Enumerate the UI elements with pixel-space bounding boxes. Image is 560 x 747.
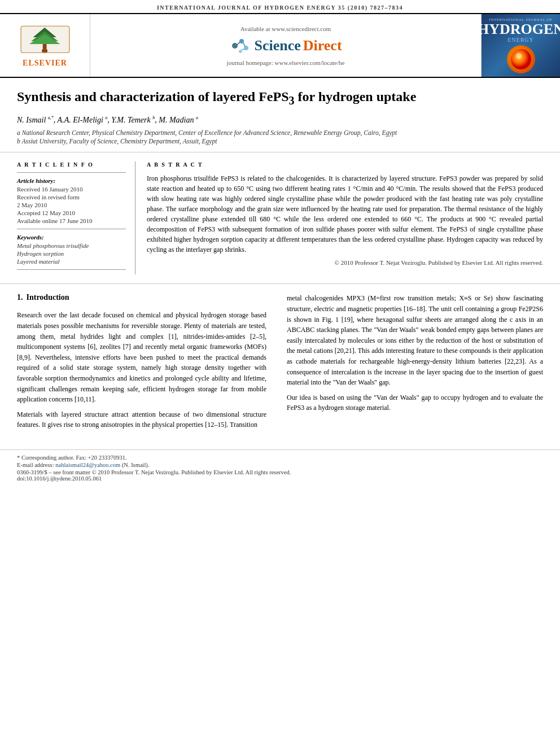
elsevier-label: ELSEVIER <box>23 59 67 68</box>
direct-text: Direct <box>303 37 342 54</box>
keywords-divider <box>17 229 126 229</box>
right-paragraph-2: Our idea is based on using the "Van der … <box>287 392 543 413</box>
hydrogen-cover: International Journal of HYDROGEN ENERGY <box>481 14 560 77</box>
svg-point-7 <box>232 43 238 49</box>
elsevier-logo: ELSEVIER <box>0 14 90 77</box>
footer-section: * Corresponding author. Fax: +20 2333709… <box>0 449 560 486</box>
abstract-title: A B S T R A C T <box>147 161 543 168</box>
info-divider <box>17 172 126 173</box>
abstract-text: Iron phosphorus trisulfide FePS3 is rela… <box>147 173 543 255</box>
svg-line-11 <box>243 43 245 46</box>
corresponding-note: * Corresponding author. Fax: +20 2333709… <box>17 455 543 461</box>
section-header: 1. Introduction <box>17 293 266 305</box>
svg-point-14 <box>511 49 531 69</box>
keyword-3: Layered material <box>17 258 126 265</box>
article-body: A R T I C L E I N F O Article history: R… <box>0 152 560 284</box>
article-title-section: Synthesis and characterization of layere… <box>0 78 560 152</box>
history-label: Article history: <box>17 177 126 184</box>
keyword-1: Metal phosphorous trisulfide <box>17 242 126 249</box>
molecule-icon <box>229 36 252 56</box>
right-column: metal chalcogenides MPX3 (M=first row tr… <box>277 293 543 435</box>
received-revised-label: Received in revised form <box>17 194 126 200</box>
journal-title: International Journal of Hydrogen Energy… <box>157 5 403 11</box>
email-label: E-mail address: <box>17 462 54 468</box>
authors-text: N. Ismail a,*, A.A. El-Meligi a, Y.M. Te… <box>17 116 198 124</box>
right-paragraph-1: metal chalcogenides MPX3 (M=first row tr… <box>287 293 543 387</box>
affiliation-b: b Assiut University, Faculty of Science,… <box>17 138 543 145</box>
sciencedirect-logo: ScienceDirect <box>229 36 342 56</box>
bottom-divider <box>17 269 126 270</box>
svg-line-10 <box>237 42 240 45</box>
available-at: Available at www.sciencedirect.com <box>240 25 331 32</box>
authors-line: N. Ismail a,*, A.A. El-Meligi a, Y.M. Te… <box>17 116 543 125</box>
journal-center: Available at www.sciencedirect.com Scien… <box>90 14 481 77</box>
email-note: E-mail address: nahlaismail24@yahoo.com … <box>17 462 543 468</box>
left-column: 1. Introduction Research over the last d… <box>17 293 277 435</box>
email-address: nahlaismail24@yahoo.com <box>55 462 120 468</box>
section-number: 1. <box>17 293 23 302</box>
copyright-line: © 2010 Professor T. Nejat Veziroglu. Pub… <box>147 259 543 266</box>
revised-date: 2 May 2010 <box>17 202 126 208</box>
available-online: Available online 17 June 2010 <box>17 217 126 224</box>
keyword-2: Hydrogen sorption <box>17 250 126 257</box>
abstract-section: A B S T R A C T Iron phosphorus trisulfi… <box>147 161 543 274</box>
svg-point-12 <box>239 50 242 53</box>
received-date: Received 16 January 2010 <box>17 186 126 193</box>
title-main: Synthesis and characterization of layere… <box>17 89 416 104</box>
rights-note: 0360-3199/$ – see front matter © 2010 Pr… <box>17 469 543 475</box>
logo-bar: ELSEVIER Available at www.sciencedirect.… <box>0 14 560 78</box>
article-info: A R T I C L E I N F O Article history: R… <box>17 161 135 274</box>
energy-label: ENERGY <box>508 37 534 43</box>
intro-paragraph-1: Research over the last decade focused on… <box>17 310 266 404</box>
hydrogen-label: HYDROGEN <box>478 22 560 37</box>
page: International Journal of Hydrogen Energy… <box>0 0 560 747</box>
science-text: Science <box>254 37 300 54</box>
journal-header: International Journal of Hydrogen Energy… <box>0 0 560 14</box>
affiliation-a: a National Research Center, Physical Che… <box>17 129 543 136</box>
svg-point-15 <box>516 53 522 59</box>
article-info-title: A R T I C L E I N F O <box>17 161 126 168</box>
keywords-label: Keywords: <box>17 234 126 241</box>
cover-circle <box>507 45 535 73</box>
cover-image <box>510 48 532 71</box>
svg-line-13 <box>242 49 245 50</box>
article-title: Synthesis and characterization of layere… <box>17 88 543 108</box>
email-suffix: (N. Ismail). <box>122 462 150 468</box>
journal-homepage: journal homepage: www.elsevier.com/locat… <box>227 59 345 66</box>
intro-title: Introduction <box>27 293 69 305</box>
doi-note: doi:10.1016/j.ijhydene.2010.05.061 <box>17 475 543 482</box>
accepted-date: Accepted 12 May 2010 <box>17 209 126 216</box>
intro-paragraph-2: Materials with layered structure attract… <box>17 409 266 430</box>
main-content: 1. Introduction Research over the last d… <box>0 284 560 444</box>
elsevier-tree-svg <box>14 24 76 58</box>
